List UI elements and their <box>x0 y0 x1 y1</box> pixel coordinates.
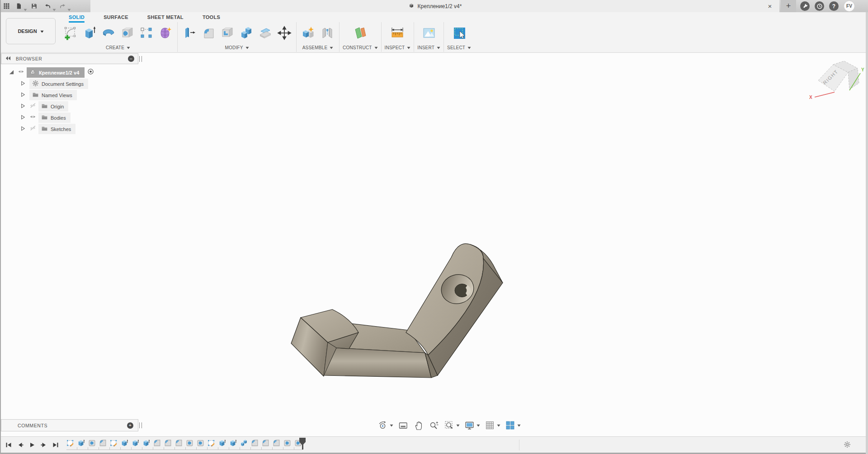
browser-node-origin[interactable]: Origin <box>1 101 138 112</box>
step-forward-button[interactable] <box>40 441 48 449</box>
timeline-feature-hole-3[interactable] <box>88 439 96 447</box>
browser-node-bodies[interactable]: Bodies <box>1 112 138 123</box>
browser-collapse-icon[interactable]: − <box>128 56 134 62</box>
undo-caret[interactable] <box>52 5 56 9</box>
timeline-feature-extrude-8[interactable] <box>142 439 150 447</box>
timeline-feature-sketch-5[interactable] <box>110 439 118 447</box>
save-icon[interactable] <box>30 2 38 10</box>
split-body-icon[interactable] <box>257 23 274 43</box>
tab-solid[interactable]: SOLID <box>69 14 85 23</box>
timeline-feature-fillet-9[interactable] <box>153 439 161 447</box>
revolve-icon[interactable] <box>100 23 117 43</box>
browser-node-root[interactable]: Крепление1/2 v4 <box>1 67 138 78</box>
expander-collapsed-icon[interactable] <box>20 103 26 111</box>
timeline-ruler[interactable] <box>66 447 303 450</box>
insert-image-icon[interactable] <box>420 23 438 43</box>
timeline-feature-fillet-19[interactable] <box>262 439 269 447</box>
close-tab-icon[interactable]: × <box>765 0 775 12</box>
timeline-feature-extrude-16[interactable] <box>229 439 237 447</box>
timeline-feature-fillet-20[interactable] <box>273 439 280 447</box>
browser-node-document-settings[interactable]: Document Settings <box>1 78 138 89</box>
eye-off-icon[interactable] <box>29 125 36 133</box>
combine-icon[interactable] <box>238 23 255 43</box>
hole-icon[interactable] <box>119 23 136 43</box>
eye-off-icon[interactable] <box>29 102 36 111</box>
pan-icon[interactable] <box>412 419 425 432</box>
select-icon[interactable] <box>451 23 468 43</box>
zoom-icon[interactable] <box>428 419 440 432</box>
go-to-start-button[interactable] <box>5 441 13 449</box>
create-sketch-icon[interactable] <box>62 23 79 43</box>
timeline-feature-fillet-18[interactable] <box>251 439 259 447</box>
browser-node-named-views[interactable]: Named Views <box>1 89 138 101</box>
redo-icon[interactable] <box>59 2 66 10</box>
node-label[interactable]: Крепление1/2 v4 <box>27 67 85 78</box>
step-back-button[interactable] <box>16 441 24 449</box>
rectangular-pattern-icon[interactable] <box>138 23 155 43</box>
measure-icon[interactable] <box>389 23 406 43</box>
viewcube[interactable]: RIGHT X Y <box>806 53 868 104</box>
avatar[interactable]: FV <box>844 0 855 12</box>
group-label-insert[interactable]: INSERT <box>417 44 440 51</box>
group-label-construct[interactable]: CONSTRUCT <box>343 44 378 51</box>
fillet-icon[interactable] <box>200 23 217 43</box>
group-label-create[interactable]: CREATE <box>106 44 130 51</box>
eye-icon[interactable] <box>18 68 24 77</box>
eye-icon[interactable] <box>29 113 36 122</box>
expander-collapsed-icon[interactable] <box>20 114 26 122</box>
node-label[interactable]: Origin <box>38 101 68 112</box>
expander-collapsed-icon[interactable] <box>20 91 26 99</box>
shell-icon[interactable] <box>219 23 236 43</box>
timeline-feature-sketch-1[interactable] <box>66 439 74 447</box>
extrude-icon[interactable] <box>81 23 98 43</box>
node-label[interactable]: Document Settings <box>29 79 88 89</box>
node-label[interactable]: Bodies <box>38 112 71 123</box>
timeline-feature-sketch-14[interactable] <box>208 439 215 447</box>
display-settings-icon[interactable] <box>463 419 481 432</box>
group-label-inspect[interactable]: INSPECT <box>385 44 411 51</box>
timeline-feature-extrude-2[interactable] <box>77 439 85 447</box>
new-component-icon[interactable] <box>300 23 317 43</box>
fit-icon[interactable] <box>443 419 461 432</box>
timeline-feature-fillet-4[interactable] <box>99 439 107 447</box>
group-label-assemble[interactable]: ASSEMBLE <box>302 44 334 51</box>
node-label[interactable]: Sketches <box>38 124 75 134</box>
tab-sheet-metal[interactable]: SHEET METAL <box>147 14 184 23</box>
timeline-feature-fillet-10[interactable] <box>164 439 172 447</box>
add-comment-icon[interactable]: + <box>127 422 133 429</box>
document-tab[interactable]: Крепление1/2 v4* × <box>90 0 779 12</box>
group-label-modify[interactable]: MODIFY <box>225 44 249 51</box>
activate-component-icon[interactable] <box>87 68 94 77</box>
timeline-feature-combine-17[interactable] <box>240 439 248 447</box>
expander-collapsed-icon[interactable] <box>20 80 26 88</box>
app-grid-icon[interactable] <box>3 2 10 10</box>
timeline-feature-hole-13[interactable] <box>197 439 204 447</box>
file-new-icon[interactable] <box>15 2 23 10</box>
timeline-feature-fillet-11[interactable] <box>175 439 183 447</box>
comments-resize-grip[interactable] <box>139 422 142 428</box>
undo-icon[interactable] <box>44 2 52 10</box>
job-status-icon[interactable] <box>800 1 810 11</box>
tab-surface[interactable]: SURFACE <box>104 14 128 23</box>
tab-tools[interactable]: TOOLS <box>203 14 220 23</box>
new-tab-button[interactable]: + <box>781 0 796 12</box>
node-label[interactable]: Named Views <box>29 90 77 100</box>
move-icon[interactable] <box>276 23 293 43</box>
model-body[interactable] <box>235 229 524 392</box>
expander-expanded-icon[interactable] <box>8 69 14 77</box>
workspace-switcher[interactable]: DESIGN <box>6 18 56 44</box>
grid-icon[interactable] <box>484 419 501 432</box>
timeline-feature-hole-12[interactable] <box>186 439 193 447</box>
browser-node-sketches[interactable]: Sketches <box>1 123 138 135</box>
timeline-feature-extrude-6[interactable] <box>121 439 128 447</box>
create-form-icon[interactable] <box>157 23 174 43</box>
play-button[interactable] <box>28 441 36 449</box>
press-pull-icon[interactable] <box>181 23 198 43</box>
orbit-icon[interactable] <box>377 419 394 432</box>
construction-plane-icon[interactable] <box>352 23 369 43</box>
help-icon[interactable]: ? <box>829 1 839 11</box>
browser-resize-grip[interactable] <box>139 56 142 62</box>
timeline-feature-extrude-7[interactable] <box>132 439 139 447</box>
joint-icon[interactable] <box>319 23 336 43</box>
go-to-end-button[interactable] <box>52 441 60 449</box>
